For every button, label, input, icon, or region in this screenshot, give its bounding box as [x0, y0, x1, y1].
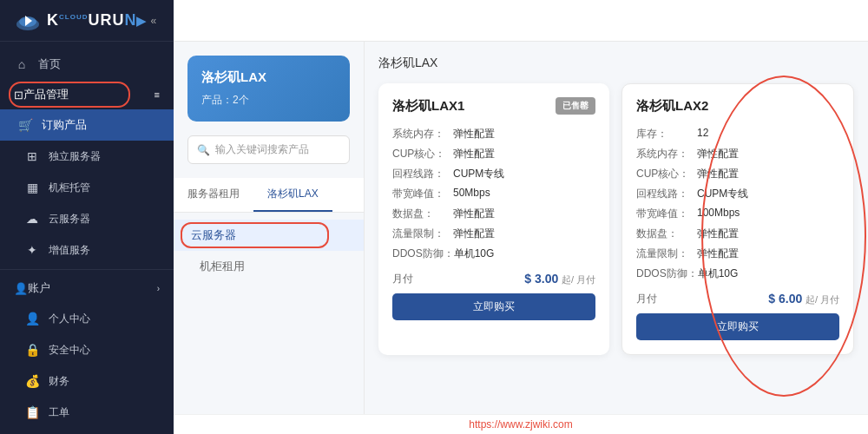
- banner-subtitle: 产品：2个: [201, 93, 336, 108]
- spec-bandwidth-lax1: 带宽峰值： 50Mbps: [392, 187, 595, 201]
- banner-title: 洛杉矶LAX: [201, 69, 336, 86]
- products-header: 洛杉矶LAX: [378, 56, 854, 71]
- person-icon: 👤: [24, 311, 40, 326]
- home-icon: ⌂: [14, 56, 30, 72]
- menu-icon: ≡: [155, 89, 160, 100]
- home-label: 首页: [38, 56, 61, 72]
- left-panel: 洛杉矶LAX 产品：2个 🔍 输入关键词搜索产品 服务器租用 洛杉矶LAX 云服…: [174, 42, 365, 414]
- spec-disk-lax1: 数据盘： 弹性配置: [392, 207, 595, 221]
- sidebar-item-standalone-server[interactable]: ⊞ 独立服务器: [0, 141, 174, 172]
- shield-icon: 🔒: [24, 342, 40, 358]
- ticket-label: 工单: [49, 405, 69, 420]
- category-tabs: 服务器租用 洛杉矶LAX: [174, 178, 364, 213]
- sidebar-item-rack-hosting[interactable]: ▦ 机柜托管: [0, 172, 174, 203]
- brand-name: KCLOUDURUN▶: [47, 11, 147, 30]
- search-box[interactable]: 🔍 输入关键词搜索产品: [187, 135, 350, 164]
- main-content: 洛杉矶LAX 产品：2个 🔍 输入关键词搜索产品 服务器租用 洛杉矶LAX 云服…: [174, 0, 868, 434]
- personal-center-label: 个人中心: [49, 312, 90, 326]
- spec-traffic-lax2: 流量限制： 弹性配置: [636, 247, 839, 261]
- product-mgmt-label: 产品管理: [23, 87, 151, 102]
- spec-traffic-lax1: 流量限制： 弹性配置: [392, 227, 595, 241]
- star-icon: ✦: [24, 242, 40, 258]
- order-product-label: 订购产品: [42, 117, 87, 133]
- sidebar: KCLOUDURUN▶ « ⌂ 首页 ⊡ 产品管理 ≡ 🛒 订购产品 ⊞ 独立服…: [0, 0, 174, 434]
- buy-button-lax2[interactable]: 立即购买: [636, 313, 839, 340]
- price-value-lax2: $ 6.00 起/ 月付: [768, 292, 839, 306]
- cloud-icon: ☁: [24, 211, 40, 227]
- products-area: 洛杉矶LAX 洛杉矶LAX1 已售罄 系统内存： 弹性配置 CUP核心： 弹性配…: [365, 42, 868, 414]
- sidebar-item-finance[interactable]: 💰 财务: [0, 365, 174, 397]
- spec-route-lax1: 回程线路： CUPM专线: [392, 167, 595, 181]
- cloud-label: CLOUD: [59, 13, 88, 21]
- sidebar-item-personal-center[interactable]: 👤 个人中心: [0, 303, 174, 334]
- sidebar-item-home[interactable]: ⌂ 首页: [0, 49, 174, 80]
- left-nav-rack-rental[interactable]: 机柜租用: [174, 251, 364, 282]
- spec-route-lax2: 回程线路： CUPM专线: [636, 187, 839, 201]
- account-icon: 👤: [14, 282, 28, 295]
- spec-bandwidth-lax2: 带宽峰值： 100Mbps: [636, 207, 839, 221]
- collapse-arrows[interactable]: «: [150, 15, 156, 27]
- cart-icon: 🛒: [17, 117, 33, 133]
- top-bar: [174, 0, 868, 42]
- product-mgmt-icon: ⊡: [14, 89, 23, 102]
- ticket-icon: 📋: [24, 404, 40, 420]
- nav-divider: [0, 269, 174, 270]
- grid-icon: ⊞: [24, 148, 40, 164]
- logo: KCLOUDURUN▶ «: [0, 0, 174, 42]
- tab-server-rental[interactable]: 服务器租用: [174, 178, 253, 212]
- search-placeholder: 输入关键词搜索产品: [215, 142, 309, 157]
- account-label: 账户: [28, 280, 157, 296]
- product-banner: 洛杉矶LAX 产品：2个: [187, 56, 350, 122]
- price-value-lax1: $ 3.00 起/ 月付: [524, 272, 595, 286]
- payment-period-lax2: 月付: [636, 292, 657, 306]
- spec-memory-lax1: 系统内存： 弹性配置: [392, 127, 595, 141]
- rack-icon: ▦: [24, 180, 40, 195]
- products-grid: 洛杉矶LAX1 已售罄 系统内存： 弹性配置 CUP核心： 弹性配置 回程线路：…: [378, 83, 854, 355]
- sidebar-item-security[interactable]: 🔒 安全中心: [0, 334, 174, 365]
- arrow-right-icon: ›: [157, 284, 160, 293]
- spec-cpu-lax1: CUP核心： 弹性配置: [392, 147, 595, 161]
- sidebar-item-ticket[interactable]: 📋 工单: [0, 397, 174, 428]
- sidebar-item-order-product[interactable]: 🛒 订购产品: [0, 109, 174, 141]
- product-card-lax2: 洛杉矶LAX2 库存： 12 系统内存： 弹性配置 CUP核心： 弹性配置: [621, 83, 854, 355]
- spec-cpu-lax2: CUP核心： 弹性配置: [636, 167, 839, 181]
- spec-ddos-lax2: DDOS防御： 单机10G: [636, 266, 839, 281]
- spec-memory-lax2: 系统内存： 弹性配置: [636, 147, 839, 161]
- product-title-lax2: 洛杉矶LAX2: [636, 98, 839, 115]
- price-section-lax2: 月付 $ 6.00 起/ 月付: [636, 292, 839, 306]
- sidebar-item-referral[interactable]: 👥 推介计划: [0, 428, 174, 434]
- spec-stock-lax2: 库存： 12: [636, 127, 839, 141]
- content-area: 洛杉矶LAX 产品：2个 🔍 输入关键词搜索产品 服务器租用 洛杉矶LAX 云服…: [174, 42, 868, 414]
- cloud-server-label: 云服务器: [49, 212, 90, 227]
- buy-button-lax1[interactable]: 立即购买: [392, 293, 595, 320]
- value-added-label: 增值服务: [49, 243, 90, 258]
- product-card-lax1: 洛杉矶LAX1 已售罄 系统内存： 弹性配置 CUP核心： 弹性配置 回程线路：…: [378, 83, 609, 355]
- sidebar-item-value-added[interactable]: ✦ 增值服务: [0, 234, 174, 266]
- sidebar-section-account[interactable]: 👤 账户 ›: [0, 273, 174, 303]
- search-icon: 🔍: [197, 144, 210, 156]
- product-title-lax1: 洛杉矶LAX1 已售罄: [392, 97, 595, 115]
- finance-icon: 💰: [24, 373, 40, 389]
- standalone-server-label: 独立服务器: [49, 149, 101, 164]
- spec-disk-lax2: 数据盘： 弹性配置: [636, 227, 839, 241]
- sidebar-navigation: ⌂ 首页 ⊡ 产品管理 ≡ 🛒 订购产品 ⊞ 独立服务器 ▦ 机柜托管 ☁ 云服…: [0, 42, 174, 434]
- watermark-bar: https://www.zjwiki.com: [174, 414, 868, 434]
- finance-label: 财务: [49, 374, 69, 389]
- rack-hosting-label: 机柜托管: [49, 181, 90, 195]
- payment-period-lax1: 月付: [392, 272, 413, 286]
- security-center-label: 安全中心: [49, 343, 90, 358]
- price-section-lax1: 月付 $ 3.00 起/ 月付: [392, 272, 595, 286]
- sidebar-item-cloud-server[interactable]: ☁ 云服务器: [0, 203, 174, 234]
- spec-ddos-lax1: DDOS防御： 单机10G: [392, 247, 595, 261]
- left-nav-items: 云服务器 机柜租用: [174, 213, 364, 289]
- left-nav-cloud-server[interactable]: 云服务器: [174, 220, 364, 251]
- tab-lax[interactable]: 洛杉矶LAX: [253, 178, 332, 212]
- sidebar-section-product-mgmt[interactable]: ⊡ 产品管理 ≡: [0, 80, 174, 109]
- sold-out-badge: 已售罄: [556, 97, 595, 115]
- watermark-url: https://www.zjwiki.com: [469, 418, 572, 431]
